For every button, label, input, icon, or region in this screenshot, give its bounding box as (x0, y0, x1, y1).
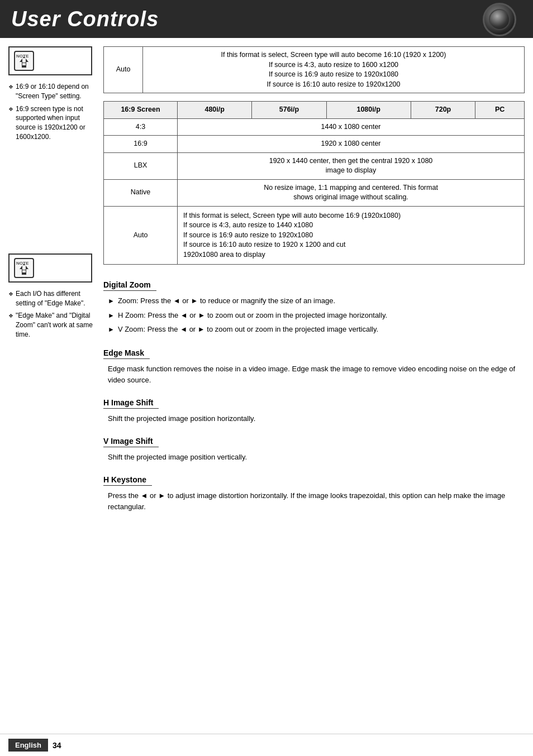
table-row-auto2: Auto If this format is select, Screen ty… (104, 206, 525, 265)
row-auto2-label: Auto (104, 206, 178, 265)
arrow-icon-2: ► (108, 310, 115, 320)
svg-rect-2 (22, 58, 26, 63)
h-keystone-section: H Keystone Press the ◄ or ► to adjust im… (103, 467, 525, 513)
sidebar-bullet-2b: ❖ "Edge Make" and "Digital Zoom" can't w… (8, 311, 95, 339)
row-lbx-label: LBX (104, 152, 178, 179)
row-43-label: 4:3 (104, 118, 178, 136)
col-576: 576i/p (252, 102, 326, 119)
table-row-169: 16:9 1920 x 1080 center (104, 136, 525, 153)
col-720: 720p (411, 102, 475, 119)
h-keystone-description: Press the ◄ or ► to adjust image distort… (103, 490, 525, 513)
edge-mask-heading: Edge Mask (103, 348, 150, 359)
table-format-auto: Auto If this format is select, Screen ty… (103, 46, 525, 93)
sidebar-bullets-2: ❖ Each I/O has different setting of "Edg… (8, 289, 95, 339)
svg-rect-6 (22, 265, 26, 270)
header-logo (483, 3, 527, 36)
zoom-item-2: ► H Zoom: Press the ◄ or ► to zoom out o… (108, 310, 525, 321)
arrow-icon-3: ► (108, 324, 115, 334)
arrow-icon-1: ► (108, 296, 115, 306)
table-169-screen: 16:9 Screen 480i/p 576i/p 1080i/p 720p P… (103, 101, 525, 265)
table-row-auto: Auto If this format is select, Screen ty… (104, 47, 525, 93)
h-keystone-heading: H Keystone (103, 475, 152, 486)
svg-rect-7 (22, 270, 26, 272)
zoom-item-1: ► Zoom: Press the ◄ or ► to reduce or ma… (108, 295, 525, 307)
h-image-shift-description: Shift the projected image position horiz… (103, 413, 525, 424)
auto-desc: If this format is select, Screen type wi… (143, 47, 525, 93)
note-box-2: NOTE (8, 253, 92, 283)
digital-zoom-list: ► Zoom: Press the ◄ or ► to reduce or ma… (103, 295, 525, 335)
row-169-desc: 1920 x 1080 center (178, 136, 525, 153)
content-area: Auto If this format is select, Screen ty… (103, 46, 525, 517)
page-number: 34 (53, 741, 61, 750)
col-screen: 16:9 Screen (104, 102, 178, 119)
col-480: 480i/p (178, 102, 252, 119)
auto-label: Auto (104, 47, 143, 93)
table-row-native: Native No resize image, 1:1 mapping and … (104, 179, 525, 206)
table-header-row: 16:9 Screen 480i/p 576i/p 1080i/p 720p P… (104, 102, 525, 119)
table-row-43: 4:3 1440 x 1080 center (104, 118, 525, 136)
note-icon-2: NOTE (14, 258, 34, 278)
v-image-shift-heading: V Image Shift (103, 437, 159, 447)
row-lbx-desc: 1920 x 1440 center, then get the central… (178, 152, 525, 179)
svg-text:NOTE: NOTE (16, 261, 29, 266)
row-auto2-desc: If this format is select, Screen type wi… (178, 206, 525, 265)
main-content: NOTE ❖ 16:9 or 16:10 depend on "Screen T… (0, 38, 533, 545)
digital-zoom-heading: Digital Zoom (103, 280, 156, 291)
table-row-lbx: LBX 1920 x 1440 center, then get the cen… (104, 152, 525, 179)
page-header: User Controls (0, 0, 533, 38)
sidebar-bullet-1b: ❖ 16:9 screen type is not supported when… (8, 104, 95, 142)
page-footer: English 34 (0, 734, 533, 756)
col-pc: PC (475, 102, 525, 119)
page-title: User Controls (11, 7, 159, 31)
col-1080: 1080i/p (326, 102, 411, 119)
row-native-desc: No resize image, 1:1 mapping and centere… (178, 179, 525, 206)
sidebar-note-2: NOTE ❖ Each I/O has different setting of… (8, 253, 95, 339)
language-badge: English (8, 739, 48, 752)
svg-rect-3 (22, 63, 26, 65)
sidebar: NOTE ❖ 16:9 or 16:10 depend on "Screen T… (8, 46, 95, 517)
sidebar-bullets-1: ❖ 16:9 or 16:10 depend on "Screen Type" … (8, 82, 95, 142)
zoom-item-3: ► V Zoom: Press the ◄ or ► to zoom out o… (108, 324, 525, 335)
row-native-label: Native (104, 179, 178, 206)
note-icon-1: NOTE (14, 51, 34, 71)
row-43-desc: 1440 x 1080 center (178, 118, 525, 136)
svg-text:NOTE: NOTE (16, 54, 29, 59)
h-image-shift-heading: H Image Shift (103, 398, 159, 409)
row-169-label: 16:9 (104, 136, 178, 153)
h-image-shift-section: H Image Shift Shift the projected image … (103, 390, 525, 424)
sidebar-bullet-1a: ❖ 16:9 or 16:10 depend on "Screen Type" … (8, 82, 95, 101)
note-box-1: NOTE (8, 46, 92, 75)
edge-mask-section: Edge Mask Edge mask function removes the… (103, 341, 525, 386)
digital-zoom-section: Digital Zoom ► Zoom: Press the ◄ or ► to… (103, 272, 525, 335)
v-image-shift-section: V Image Shift Shift the projected image … (103, 429, 525, 463)
edge-mask-description: Edge mask function removes the noise in … (103, 363, 525, 386)
sidebar-note-1: NOTE ❖ 16:9 or 16:10 depend on "Screen T… (8, 46, 95, 142)
v-image-shift-description: Shift the projected image position verti… (103, 452, 525, 463)
sidebar-bullet-2a: ❖ Each I/O has different setting of "Edg… (8, 289, 95, 308)
